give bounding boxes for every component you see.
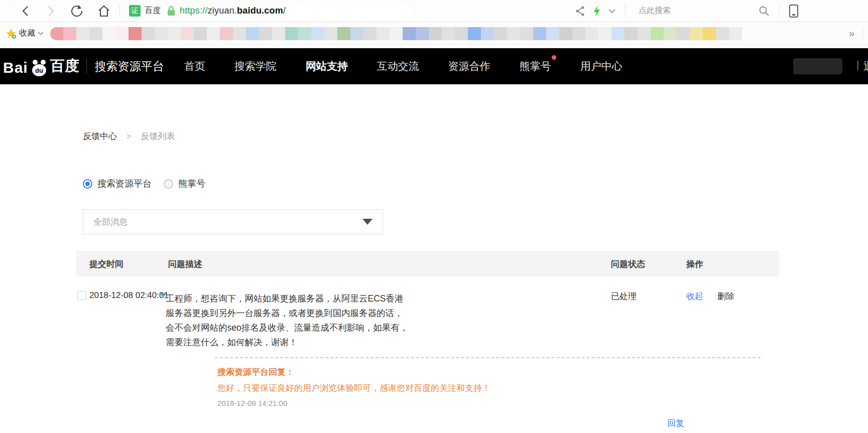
- bookmark-redacted-item[interactable]: [664, 27, 677, 40]
- radio-搜索资源平台[interactable]: [83, 179, 92, 189]
- user-name-redacted[interactable]: [793, 58, 842, 74]
- mobile-icon[interactable]: [789, 4, 799, 18]
- bookmark-redacted-item[interactable]: [533, 27, 546, 40]
- table-row: 2018-12-08 02:40:01 工程师，想咨询下，网站如果更换服务器，从…: [76, 276, 779, 429]
- bookmark-redacted-item[interactable]: [455, 27, 468, 40]
- search-icon[interactable]: [758, 5, 770, 17]
- platform-radio-group: 搜索资源平台熊掌号: [83, 178, 217, 190]
- bookmark-redacted-item[interactable]: [298, 27, 311, 40]
- bookmark-redacted-item[interactable]: [481, 27, 494, 40]
- bookmark-redacted-item[interactable]: [403, 27, 416, 40]
- bookmark-redacted-item[interactable]: [363, 27, 377, 40]
- bookmarks-redacted-strip: [50, 27, 840, 40]
- question-line: 会不会对网站的seo排名及收录、流量造成不利影响，如果有，: [166, 321, 447, 335]
- message-filter-dropdown[interactable]: 全部消息: [83, 209, 383, 234]
- bookmark-redacted-item[interactable]: [324, 27, 337, 40]
- breadcrumb: 反馈中心 > 反馈列表: [83, 130, 175, 142]
- bookmark-redacted-item[interactable]: [181, 27, 194, 40]
- favorites-label[interactable]: 收藏: [19, 28, 35, 39]
- bookmark-redacted-item[interactable]: [625, 27, 638, 40]
- bookmark-redacted-item[interactable]: [703, 27, 716, 40]
- search-input[interactable]: 点此搜索: [639, 6, 754, 16]
- bookmark-redacted-item[interactable]: [611, 27, 625, 40]
- baidu-logo[interactable]: Bai du 百度: [3, 56, 79, 76]
- bookmark-redacted-item[interactable]: [246, 27, 259, 40]
- nav-item-资源合作[interactable]: 资源合作: [448, 59, 490, 73]
- bookmark-redacted-item[interactable]: [598, 27, 611, 40]
- bookmark-redacted-item[interactable]: [585, 27, 598, 40]
- delete-link[interactable]: 删除: [717, 291, 734, 302]
- cert-badge-icon[interactable]: 证: [129, 5, 141, 17]
- chevron-down-icon[interactable]: [608, 8, 616, 14]
- address-bar[interactable]: 证 百度 https://ziyuan.baidu.com/: [129, 5, 410, 18]
- bookmark-redacted-item[interactable]: [168, 27, 181, 40]
- bookmark-redacted-item[interactable]: [89, 27, 102, 40]
- bookmark-redacted-item[interactable]: [507, 27, 520, 40]
- radio-熊掌号[interactable]: [164, 179, 173, 189]
- bookmark-redacted-item[interactable]: [377, 27, 390, 40]
- bookmark-redacted-item[interactable]: [690, 27, 703, 40]
- bookmark-redacted-item[interactable]: [677, 27, 690, 40]
- breadcrumb-feedback-center[interactable]: 反馈中心: [83, 131, 117, 141]
- reply-link[interactable]: 回复: [667, 418, 684, 428]
- bookmark-redacted-item[interactable]: [429, 27, 442, 40]
- bookmark-redacted-item[interactable]: [311, 27, 324, 40]
- nav-item-互动交流[interactable]: 互动交流: [377, 59, 419, 73]
- bookmark-redacted-item[interactable]: [285, 27, 298, 40]
- forward-icon[interactable]: [45, 5, 56, 17]
- bookmark-redacted-item[interactable]: [494, 27, 507, 40]
- collapse-triangle-icon[interactable]: [160, 293, 167, 298]
- nav-item-首页[interactable]: 首页: [184, 59, 205, 73]
- nav-item-熊掌号[interactable]: 熊掌号: [520, 59, 551, 73]
- bookmark-redacted-item[interactable]: [129, 27, 142, 40]
- radio-label-搜索资源平台[interactable]: 搜索资源平台: [97, 178, 152, 190]
- nav-item-网站支持[interactable]: 网站支持: [306, 59, 348, 73]
- home-icon[interactable]: [97, 5, 110, 18]
- share-icon[interactable]: [575, 6, 586, 17]
- bookmark-redacted-item[interactable]: [102, 27, 115, 40]
- bookmark-redacted-item[interactable]: [207, 27, 220, 40]
- nav-item-搜索学院[interactable]: 搜索学院: [234, 59, 277, 73]
- bookmark-redacted-item[interactable]: [220, 27, 233, 40]
- bookmark-redacted-item[interactable]: [194, 27, 207, 40]
- question-line: 需要注意什么，如何解决，谢谢！: [166, 335, 447, 350]
- bookmark-redacted-item[interactable]: [572, 27, 585, 40]
- bookmark-redacted-item[interactable]: [390, 27, 403, 40]
- bookmark-redacted-item[interactable]: [468, 27, 481, 40]
- back-icon[interactable]: [20, 5, 31, 17]
- reply-timestamp: 2018-12-08 14:21:00: [217, 399, 779, 407]
- bookmark-redacted-item[interactable]: [233, 27, 246, 40]
- bookmark-redacted-item[interactable]: [520, 27, 533, 40]
- bookmark-redacted-item[interactable]: [115, 27, 129, 40]
- bookmark-redacted-item[interactable]: [259, 27, 272, 40]
- row-checkbox[interactable]: [77, 291, 86, 300]
- reply-title: 搜索资源平台回复：: [217, 366, 779, 378]
- favorites-chevron-icon[interactable]: [37, 31, 44, 36]
- bookmark-redacted-item[interactable]: [76, 27, 89, 40]
- bookmark-redacted-item[interactable]: [442, 27, 455, 40]
- bookmark-redacted-item[interactable]: [716, 27, 729, 40]
- bookmark-redacted-item[interactable]: [416, 27, 429, 40]
- bookmark-redacted-item[interactable]: [350, 27, 363, 40]
- bookmark-redacted-item[interactable]: [546, 27, 559, 40]
- bookmark-redacted-item[interactable]: [559, 27, 572, 40]
- nav-item-用户中心[interactable]: 用户中心: [580, 59, 623, 73]
- bookmarks-overflow-icon[interactable]: »: [849, 28, 854, 39]
- refresh-icon[interactable]: [70, 5, 83, 18]
- bookmark-redacted-item[interactable]: [651, 27, 664, 40]
- baidu-logo-latin: Bai: [3, 59, 28, 76]
- bookmark-redacted-item[interactable]: [337, 27, 350, 40]
- bookmark-redacted-item[interactable]: [638, 27, 651, 40]
- lightning-icon[interactable]: [593, 5, 601, 17]
- bookmark-redacted-item[interactable]: [155, 27, 168, 40]
- bookmark-redacted-item[interactable]: [50, 27, 63, 40]
- bookmark-redacted-item[interactable]: [272, 27, 285, 40]
- bookmark-redacted-item[interactable]: [142, 27, 155, 40]
- favorites-star-icon[interactable]: [5, 28, 17, 40]
- radio-label-熊掌号[interactable]: 熊掌号: [178, 178, 205, 190]
- bookmark-redacted-item[interactable]: [729, 27, 742, 40]
- url-text[interactable]: https://ziyuan.baidu.com/: [180, 6, 286, 16]
- collapse-link[interactable]: 收起: [686, 291, 703, 302]
- nav-clipped-item[interactable]: 退: [863, 59, 868, 73]
- bookmark-redacted-item[interactable]: [63, 27, 76, 40]
